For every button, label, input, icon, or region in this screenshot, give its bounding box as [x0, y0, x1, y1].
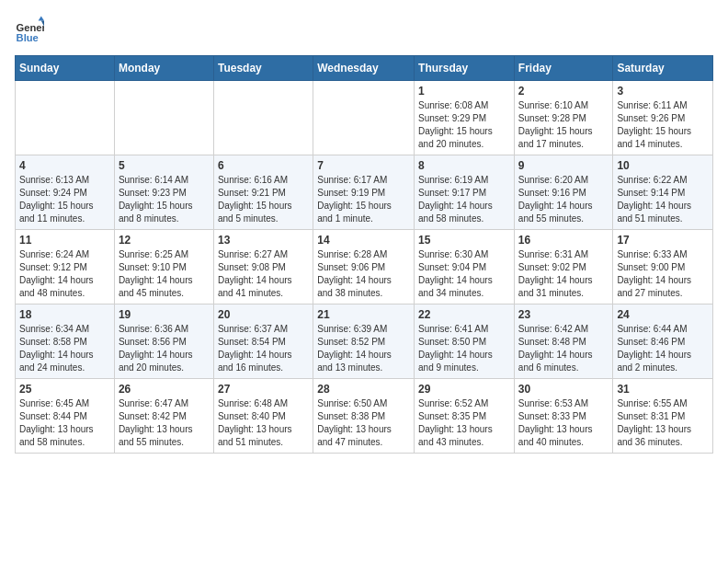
- day-number: 20: [218, 308, 309, 321]
- day-header-sunday: Sunday: [16, 56, 115, 81]
- day-info: Sunrise: 6:17 AM Sunset: 9:19 PM Dayligh…: [317, 174, 410, 225]
- day-info: Sunrise: 6:55 AM Sunset: 8:31 PM Dayligh…: [617, 397, 709, 449]
- day-info: Sunrise: 6:33 AM Sunset: 9:00 PM Dayligh…: [617, 248, 709, 300]
- day-info: Sunrise: 6:30 AM Sunset: 9:04 PM Dayligh…: [418, 248, 510, 300]
- calendar-cell: 14Sunrise: 6:28 AM Sunset: 9:06 PM Dayli…: [313, 230, 415, 304]
- day-number: 14: [317, 234, 410, 247]
- day-info: Sunrise: 6:20 AM Sunset: 9:16 PM Dayligh…: [518, 174, 609, 225]
- day-number: 11: [19, 234, 110, 247]
- day-number: 7: [317, 159, 410, 172]
- calendar-cell: 26Sunrise: 6:47 AM Sunset: 8:42 PM Dayli…: [114, 379, 213, 454]
- svg-marker-2: [39, 17, 44, 21]
- calendar-cell: 22Sunrise: 6:41 AM Sunset: 8:50 PM Dayli…: [415, 304, 515, 379]
- calendar-cell: 7Sunrise: 6:17 AM Sunset: 9:19 PM Daylig…: [313, 155, 415, 230]
- svg-text:General: General: [17, 22, 44, 33]
- calendar-cell: 20Sunrise: 6:37 AM Sunset: 8:54 PM Dayli…: [213, 304, 313, 379]
- day-info: Sunrise: 6:36 AM Sunset: 8:56 PM Dayligh…: [119, 323, 210, 374]
- day-info: Sunrise: 6:44 AM Sunset: 8:46 PM Dayligh…: [617, 323, 709, 374]
- day-number: 15: [418, 234, 510, 247]
- svg-text:Blue: Blue: [17, 32, 39, 43]
- day-info: Sunrise: 6:16 AM Sunset: 9:21 PM Dayligh…: [218, 174, 309, 225]
- day-number: 22: [418, 308, 510, 321]
- day-number: 13: [218, 234, 309, 247]
- day-info: Sunrise: 6:50 AM Sunset: 8:38 PM Dayligh…: [317, 397, 410, 449]
- calendar-cell: 10Sunrise: 6:22 AM Sunset: 9:14 PM Dayli…: [613, 155, 713, 230]
- calendar-cell: [313, 81, 415, 155]
- day-number: 26: [119, 383, 210, 396]
- calendar-cell: 21Sunrise: 6:39 AM Sunset: 8:52 PM Dayli…: [313, 304, 415, 379]
- calendar-cell: 27Sunrise: 6:48 AM Sunset: 8:40 PM Dayli…: [213, 379, 313, 454]
- day-header-saturday: Saturday: [613, 56, 713, 81]
- day-info: Sunrise: 6:42 AM Sunset: 8:48 PM Dayligh…: [518, 323, 609, 374]
- day-number: 25: [19, 383, 110, 396]
- day-info: Sunrise: 6:37 AM Sunset: 8:54 PM Dayligh…: [218, 323, 309, 374]
- calendar-cell: 2Sunrise: 6:10 AM Sunset: 9:28 PM Daylig…: [514, 81, 613, 155]
- day-number: 16: [518, 234, 609, 247]
- day-number: 4: [19, 159, 110, 172]
- day-info: Sunrise: 6:45 AM Sunset: 8:44 PM Dayligh…: [19, 397, 110, 449]
- day-info: Sunrise: 6:22 AM Sunset: 9:14 PM Dayligh…: [617, 174, 709, 225]
- day-info: Sunrise: 6:48 AM Sunset: 8:40 PM Dayligh…: [218, 397, 309, 449]
- calendar-cell: 19Sunrise: 6:36 AM Sunset: 8:56 PM Dayli…: [114, 304, 213, 379]
- calendar-cell: [114, 81, 213, 155]
- calendar-cell: [213, 81, 313, 155]
- day-info: Sunrise: 6:11 AM Sunset: 9:26 PM Dayligh…: [617, 99, 709, 151]
- day-number: 12: [119, 234, 210, 247]
- day-header-thursday: Thursday: [415, 56, 515, 81]
- day-info: Sunrise: 6:47 AM Sunset: 8:42 PM Dayligh…: [119, 397, 210, 449]
- day-info: Sunrise: 6:39 AM Sunset: 8:52 PM Dayligh…: [317, 323, 410, 374]
- day-number: 17: [617, 234, 709, 247]
- calendar-cell: 8Sunrise: 6:19 AM Sunset: 9:17 PM Daylig…: [415, 155, 515, 230]
- calendar-cell: 9Sunrise: 6:20 AM Sunset: 9:16 PM Daylig…: [514, 155, 613, 230]
- calendar-cell: 18Sunrise: 6:34 AM Sunset: 8:58 PM Dayli…: [16, 304, 115, 379]
- logo: General Blue: [15, 15, 44, 44]
- day-number: 5: [119, 159, 210, 172]
- calendar-cell: 16Sunrise: 6:31 AM Sunset: 9:02 PM Dayli…: [514, 230, 613, 304]
- calendar-cell: 28Sunrise: 6:50 AM Sunset: 8:38 PM Dayli…: [313, 379, 415, 454]
- calendar-cell: 25Sunrise: 6:45 AM Sunset: 8:44 PM Dayli…: [16, 379, 115, 454]
- calendar-cell: 6Sunrise: 6:16 AM Sunset: 9:21 PM Daylig…: [213, 155, 313, 230]
- day-number: 23: [518, 308, 609, 321]
- day-number: 8: [418, 159, 510, 172]
- day-info: Sunrise: 6:34 AM Sunset: 8:58 PM Dayligh…: [19, 323, 110, 374]
- calendar-cell: 4Sunrise: 6:13 AM Sunset: 9:24 PM Daylig…: [16, 155, 115, 230]
- calendar-cell: 30Sunrise: 6:53 AM Sunset: 8:33 PM Dayli…: [514, 379, 613, 454]
- day-number: 9: [518, 159, 609, 172]
- day-info: Sunrise: 6:08 AM Sunset: 9:29 PM Dayligh…: [418, 99, 510, 151]
- day-number: 1: [418, 85, 510, 98]
- day-number: 3: [617, 85, 709, 98]
- calendar-cell: 3Sunrise: 6:11 AM Sunset: 9:26 PM Daylig…: [613, 81, 713, 155]
- calendar-cell: 17Sunrise: 6:33 AM Sunset: 9:00 PM Dayli…: [613, 230, 713, 304]
- calendar-cell: 23Sunrise: 6:42 AM Sunset: 8:48 PM Dayli…: [514, 304, 613, 379]
- calendar-cell: 31Sunrise: 6:55 AM Sunset: 8:31 PM Dayli…: [613, 379, 713, 454]
- calendar-cell: 29Sunrise: 6:52 AM Sunset: 8:35 PM Dayli…: [415, 379, 515, 454]
- header: General Blue: [15, 15, 713, 44]
- day-number: 30: [518, 383, 609, 396]
- day-info: Sunrise: 6:52 AM Sunset: 8:35 PM Dayligh…: [418, 397, 510, 449]
- day-number: 29: [418, 383, 510, 396]
- calendar-cell: 5Sunrise: 6:14 AM Sunset: 9:23 PM Daylig…: [114, 155, 213, 230]
- calendar-cell: 15Sunrise: 6:30 AM Sunset: 9:04 PM Dayli…: [415, 230, 515, 304]
- calendar-cell: 12Sunrise: 6:25 AM Sunset: 9:10 PM Dayli…: [114, 230, 213, 304]
- calendar-cell: 1Sunrise: 6:08 AM Sunset: 9:29 PM Daylig…: [415, 81, 515, 155]
- day-info: Sunrise: 6:13 AM Sunset: 9:24 PM Dayligh…: [19, 174, 110, 225]
- day-number: 27: [218, 383, 309, 396]
- calendar-cell: 11Sunrise: 6:24 AM Sunset: 9:12 PM Dayli…: [16, 230, 115, 304]
- day-number: 10: [617, 159, 709, 172]
- day-info: Sunrise: 6:14 AM Sunset: 9:23 PM Dayligh…: [119, 174, 210, 225]
- day-header-tuesday: Tuesday: [213, 56, 313, 81]
- day-number: 24: [617, 308, 709, 321]
- day-number: 6: [218, 159, 309, 172]
- day-info: Sunrise: 6:41 AM Sunset: 8:50 PM Dayligh…: [418, 323, 510, 374]
- day-header-wednesday: Wednesday: [313, 56, 415, 81]
- day-number: 18: [19, 308, 110, 321]
- day-info: Sunrise: 6:24 AM Sunset: 9:12 PM Dayligh…: [19, 248, 110, 300]
- day-header-friday: Friday: [514, 56, 613, 81]
- calendar-cell: 13Sunrise: 6:27 AM Sunset: 9:08 PM Dayli…: [213, 230, 313, 304]
- day-number: 19: [119, 308, 210, 321]
- calendar-cell: 24Sunrise: 6:44 AM Sunset: 8:46 PM Dayli…: [613, 304, 713, 379]
- day-number: 21: [317, 308, 410, 321]
- day-info: Sunrise: 6:27 AM Sunset: 9:08 PM Dayligh…: [218, 248, 309, 300]
- day-header-monday: Monday: [114, 56, 213, 81]
- day-info: Sunrise: 6:31 AM Sunset: 9:02 PM Dayligh…: [518, 248, 609, 300]
